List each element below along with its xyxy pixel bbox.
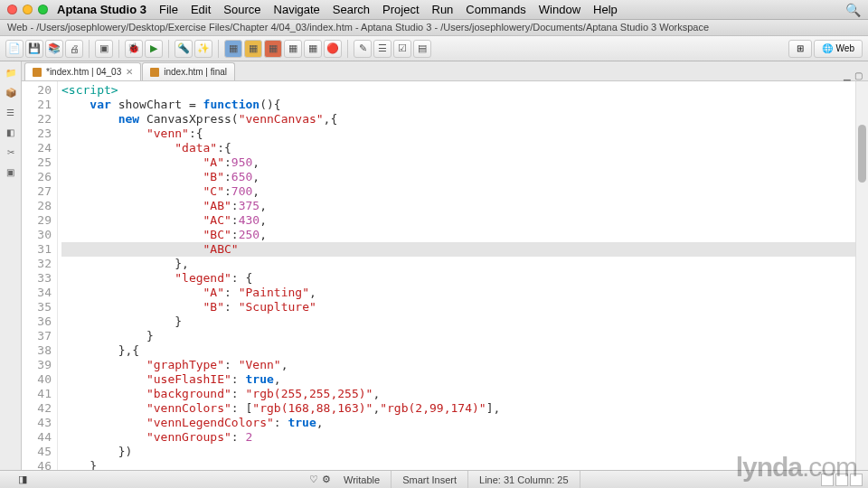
code-line[interactable]: "BC":250, <box>61 228 855 242</box>
status-cursor-position: Line: 31 Column: 25 <box>468 471 580 488</box>
code-line[interactable]: },{ <box>61 343 855 358</box>
new-button[interactable]: 📄 <box>5 40 24 58</box>
view-layout-1-icon[interactable] <box>821 474 834 486</box>
code-line[interactable]: "B": "Scuplture" <box>61 300 855 314</box>
perspective-open-button[interactable]: ⊞ <box>788 40 812 58</box>
debug-button[interactable]: 🐞 <box>125 40 143 58</box>
view-layout-2-icon[interactable] <box>835 474 848 486</box>
view-layout-3-icon[interactable] <box>850 474 863 486</box>
menu-commands[interactable]: Commands <box>466 3 525 16</box>
code-line[interactable]: var showChart = function(){ <box>61 98 855 112</box>
menu-run[interactable]: Run <box>432 3 454 16</box>
grid-button[interactable]: ▤ <box>413 40 431 58</box>
code-line[interactable]: "vennColors": ["rgb(168,88,163)","rgb(2,… <box>61 401 855 416</box>
color-button[interactable]: 🔴 <box>324 40 342 58</box>
tasks-button[interactable]: ☑ <box>393 40 411 58</box>
toolbar-separator <box>218 40 219 58</box>
minimize-view-icon[interactable]: ▁ <box>844 70 851 80</box>
code-content[interactable]: <script> var showChart = function(){ new… <box>58 81 855 470</box>
outline-view-icon[interactable]: ☰ <box>4 105 18 119</box>
status-right <box>821 474 868 486</box>
search-button[interactable]: 🔦 <box>175 40 193 58</box>
code-line[interactable]: "venn":{ <box>61 127 855 141</box>
scrollbar-thumb[interactable] <box>858 125 866 183</box>
run-button[interactable]: ▶ <box>145 40 163 58</box>
snippets-icon[interactable]: ✂ <box>4 145 18 159</box>
code-editor[interactable]: 2021222324252627282930313233343536373839… <box>22 81 868 470</box>
maximize-view-icon[interactable]: ▢ <box>854 70 863 80</box>
menu-source[interactable]: Source <box>223 3 260 16</box>
view-5-icon[interactable]: ▦ <box>304 40 322 58</box>
gear-icon[interactable]: ⚙ <box>320 474 333 486</box>
perspective-web[interactable]: 🌐 Web <box>814 40 863 58</box>
menu-project[interactable]: Project <box>382 3 419 16</box>
left-toolstrip: 📁 📦 ☰ ◧ ✂ ▣ <box>0 61 22 470</box>
code-line[interactable]: "useFlashIE": true, <box>61 372 855 387</box>
code-line[interactable]: } <box>61 459 855 470</box>
status-icon[interactable]: ◨ <box>16 474 29 486</box>
terminal-button[interactable]: ▣ <box>95 40 113 58</box>
code-line[interactable]: "ABC" <box>61 242 855 257</box>
toolbar-separator <box>168 40 169 58</box>
menu-file[interactable]: File <box>159 3 178 16</box>
close-tab-icon[interactable]: ✕ <box>126 67 133 77</box>
line-number-gutter: 2021222324252627282930313233343536373839… <box>22 81 58 470</box>
save-all-button[interactable]: 📚 <box>45 40 63 58</box>
wand-button[interactable]: ✨ <box>194 40 212 58</box>
view-1-icon[interactable]: ▦ <box>224 40 242 58</box>
spotlight-icon[interactable]: 🔍 <box>845 3 861 17</box>
menu-help[interactable]: Help <box>593 3 618 16</box>
code-line[interactable]: }, <box>61 257 855 271</box>
view-2-icon[interactable]: ▦ <box>244 40 262 58</box>
app-explorer-icon[interactable]: 📦 <box>4 85 18 99</box>
close-button[interactable] <box>7 5 17 14</box>
code-line[interactable]: "A":950, <box>61 155 855 170</box>
wand2-button[interactable]: ✎ <box>354 40 372 58</box>
code-line[interactable]: } <box>61 329 855 343</box>
code-line[interactable]: } <box>61 314 855 329</box>
tab-label: index.htm | final <box>164 67 227 77</box>
code-line[interactable]: "graphType": "Venn", <box>61 358 855 372</box>
editor-tabs: *index.htm | 04_03 ✕ index.htm | final ▁… <box>22 61 868 81</box>
tab-active[interactable]: *index.htm | 04_03 ✕ <box>24 62 141 80</box>
code-line[interactable]: "vennGroups": 2 <box>61 430 855 445</box>
code-line[interactable]: "A": "Painting", <box>61 286 855 300</box>
terminal-view-icon[interactable]: ▣ <box>4 164 18 179</box>
heart-icon[interactable]: ♡ <box>307 474 320 486</box>
menu-search[interactable]: Search <box>333 3 370 16</box>
toolbar-separator <box>118 40 119 58</box>
code-line[interactable]: "background": "rgb(255,255,255)", <box>61 387 855 401</box>
menu-edit[interactable]: Edit <box>191 3 211 16</box>
main-area: 📁 📦 ☰ ◧ ✂ ▣ *index.htm | 04_03 ✕ index.h… <box>0 61 868 470</box>
code-line[interactable]: "data":{ <box>61 141 855 155</box>
code-line[interactable]: "B":650, <box>61 170 855 184</box>
tab-inactive[interactable]: index.htm | final <box>142 62 235 80</box>
code-line[interactable]: <script> <box>61 83 855 98</box>
tab-label: *index.htm | 04_03 <box>46 67 121 77</box>
editor-tabs-controls: ▁ ▢ <box>844 70 868 80</box>
toolbar-separator <box>89 40 90 58</box>
code-line[interactable]: new CanvasXpress("vennCanvas",{ <box>61 112 855 127</box>
globe-icon: 🌐 <box>822 43 833 53</box>
menu-navigate[interactable]: Navigate <box>274 3 320 16</box>
code-line[interactable]: }) <box>61 445 855 459</box>
code-line[interactable]: "legend": { <box>61 271 855 286</box>
view-3-icon[interactable]: ▦ <box>264 40 282 58</box>
menu-window[interactable]: Window <box>539 3 580 16</box>
project-explorer-icon[interactable]: 📁 <box>4 65 18 80</box>
view-4-icon[interactable]: ▦ <box>284 40 302 58</box>
outline-button[interactable]: ☰ <box>373 40 392 58</box>
save-button[interactable]: 💾 <box>25 40 43 58</box>
code-line[interactable]: "AC":430, <box>61 213 855 228</box>
samples-icon[interactable]: ◧ <box>4 125 18 139</box>
code-line[interactable]: "C":700, <box>61 184 855 199</box>
code-line[interactable]: "vennLegendColors": true, <box>61 416 855 430</box>
print-button[interactable]: 🖨 <box>65 40 83 58</box>
file-icon <box>33 68 42 77</box>
code-line[interactable]: "AB":375, <box>61 199 855 213</box>
mac-menubar: Aptana Studio 3 File Edit Source Navigat… <box>0 0 868 20</box>
app-title: Aptana Studio 3 <box>57 3 146 16</box>
vertical-scrollbar[interactable] <box>855 81 868 470</box>
zoom-button[interactable] <box>38 5 48 14</box>
minimize-button[interactable] <box>23 5 33 14</box>
